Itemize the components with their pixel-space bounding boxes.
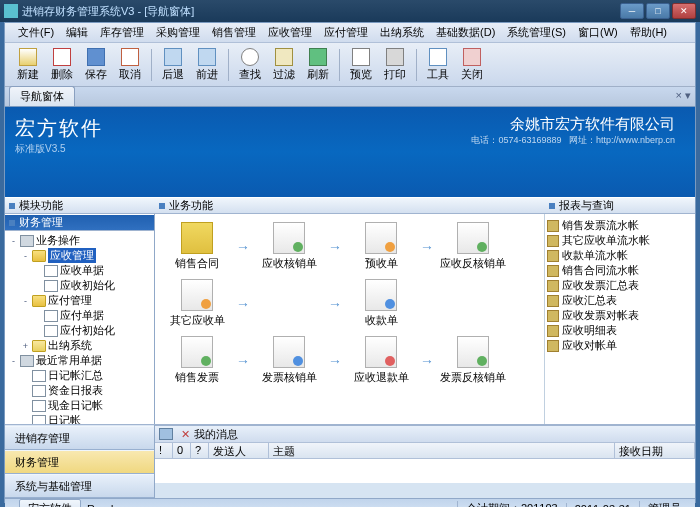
- tree-label: 资金日报表: [48, 383, 103, 398]
- msgcol-3[interactable]: 发送人: [209, 443, 269, 458]
- toolbtn-label: 刷新: [307, 67, 329, 82]
- flow-node-预收单[interactable]: 预收单: [345, 222, 417, 271]
- tree-node-11[interactable]: 现金日记帐: [5, 398, 154, 413]
- msgcol-1[interactable]: 0: [173, 443, 191, 458]
- tab-nav[interactable]: 导航窗体: [9, 86, 75, 106]
- message-area: ✕ 我的消息 !0?发送人主题接收日期: [155, 425, 695, 483]
- expand-icon[interactable]: -: [9, 236, 18, 246]
- flow-row-1: 其它应收单→→收款单: [161, 279, 538, 328]
- flow-node-应收反核销单[interactable]: 应收反核销单: [437, 222, 509, 271]
- minimize-button[interactable]: ─: [620, 3, 644, 19]
- maximize-button[interactable]: □: [646, 3, 670, 19]
- toolbtn-新建[interactable]: 新建: [11, 46, 45, 84]
- flow-node-发票反核销单[interactable]: 发票反核销单: [437, 336, 509, 385]
- module-1[interactable]: 财务管理: [5, 450, 154, 474]
- toolbtn-预览[interactable]: 预览: [344, 46, 378, 84]
- report-icon: [547, 265, 559, 277]
- status-app[interactable]: 宏方软件: [19, 499, 81, 507]
- close-button[interactable]: ✕: [672, 3, 696, 19]
- menu-item-3[interactable]: 采购管理: [151, 23, 205, 42]
- fic-doc-icon: [32, 400, 46, 412]
- report-3[interactable]: 销售合同流水帐: [547, 263, 693, 278]
- toolbtn-前进[interactable]: 前进: [190, 46, 224, 84]
- toolbtn-label: 保存: [85, 67, 107, 82]
- toolbar-sep: [151, 49, 152, 81]
- status-period: 会计期间：201103: [457, 501, 566, 507]
- expand-icon[interactable]: -: [21, 251, 30, 261]
- msg-close-icon[interactable]: ✕: [177, 428, 194, 441]
- pin-icon[interactable]: [159, 428, 173, 440]
- flow-node-收款单[interactable]: 收款单: [345, 279, 417, 328]
- flow-node-销售发票[interactable]: 销售发票: [161, 336, 233, 385]
- report-6[interactable]: 应收发票对帐表: [547, 308, 693, 323]
- report-4[interactable]: 应收发票汇总表: [547, 278, 693, 293]
- tree-node-5[interactable]: 应付单据: [5, 308, 154, 323]
- tab-close-icon[interactable]: × ▾: [676, 89, 691, 102]
- tree-node-8[interactable]: -最近常用单据: [5, 353, 154, 368]
- fic-root-icon: [20, 235, 34, 247]
- menu-item-7[interactable]: 出纳系统: [375, 23, 429, 42]
- toolbtn-label: 打印: [384, 67, 406, 82]
- toolbtn-工具[interactable]: 工具: [421, 46, 455, 84]
- menu-item-6[interactable]: 应付管理: [319, 23, 373, 42]
- report-icon: [547, 310, 559, 322]
- tree-node-10[interactable]: 资金日报表: [5, 383, 154, 398]
- tree-node-2[interactable]: 应收单据: [5, 263, 154, 278]
- report-2[interactable]: 收款单流水帐: [547, 248, 693, 263]
- tree-node-12[interactable]: 日记帐: [5, 413, 154, 424]
- tree-label: 日记帐汇总: [48, 368, 103, 383]
- msgcol-4[interactable]: 主题: [269, 443, 615, 458]
- toolbtn-过滤[interactable]: 过滤: [267, 46, 301, 84]
- flow-icon: [365, 222, 397, 254]
- tree-node-4[interactable]: -应付管理: [5, 293, 154, 308]
- tree-node-9[interactable]: 日记帐汇总: [5, 368, 154, 383]
- menu-item-8[interactable]: 基础数据(D): [431, 23, 500, 42]
- side-category[interactable]: 财务管理: [5, 214, 154, 231]
- menu-item-4[interactable]: 销售管理: [207, 23, 261, 42]
- flow-row-2: 销售发票→发票核销单→应收退款单→发票反核销单: [161, 336, 538, 385]
- toolbtn-取消[interactable]: 取消: [113, 46, 147, 84]
- arrow-icon: →: [233, 239, 253, 255]
- menu-item-9[interactable]: 系统管理(S): [502, 23, 571, 42]
- tree-node-6[interactable]: 应付初始化: [5, 323, 154, 338]
- menu-item-1[interactable]: 编辑: [61, 23, 93, 42]
- report-5[interactable]: 应收汇总表: [547, 293, 693, 308]
- expand-icon[interactable]: +: [21, 341, 30, 351]
- msgcol-2[interactable]: ?: [191, 443, 209, 458]
- flow-node-销售合同[interactable]: 销售合同: [161, 222, 233, 271]
- toolbtn-关闭[interactable]: 关闭: [455, 46, 489, 84]
- menu-item-0[interactable]: 文件(F): [13, 23, 59, 42]
- menu-item-10[interactable]: 窗口(W): [573, 23, 623, 42]
- tree-node-7[interactable]: +出纳系统: [5, 338, 154, 353]
- expand-icon[interactable]: -: [21, 296, 30, 306]
- toolbtn-后退[interactable]: 后退: [156, 46, 190, 84]
- menu-item-11[interactable]: 帮助(H): [625, 23, 672, 42]
- module-2[interactable]: 系统与基础管理: [5, 474, 154, 498]
- flow-node-应收退款单[interactable]: 应收退款单: [345, 336, 417, 385]
- report-1[interactable]: 其它应收单流水帐: [547, 233, 693, 248]
- flow-node-其它应收单[interactable]: 其它应收单: [161, 279, 233, 328]
- module-0[interactable]: 进销存管理: [5, 426, 154, 450]
- report-7[interactable]: 应收明细表: [547, 323, 693, 338]
- flow-node-应收核销单[interactable]: 应收核销单: [253, 222, 325, 271]
- toolbtn-查找[interactable]: 查找: [233, 46, 267, 84]
- msgcol-5[interactable]: 接收日期: [615, 443, 695, 458]
- tree-label: 应收单据: [60, 263, 104, 278]
- report-0[interactable]: 销售发票流水帐: [547, 218, 693, 233]
- flow-node-发票核销单[interactable]: 发票核销单: [253, 336, 325, 385]
- tree-node-1[interactable]: -应收管理: [5, 248, 154, 263]
- msgcol-0[interactable]: !: [155, 443, 173, 458]
- expand-icon[interactable]: -: [9, 356, 18, 366]
- tree-node-3[interactable]: 应收初始化: [5, 278, 154, 293]
- toolbtn-刷新[interactable]: 刷新: [301, 46, 335, 84]
- fic-doc-icon: [44, 310, 58, 322]
- menu-item-5[interactable]: 应收管理: [263, 23, 317, 42]
- report-8[interactable]: 应收对帐单: [547, 338, 693, 353]
- report-label: 应收明细表: [562, 323, 617, 338]
- toolbtn-保存[interactable]: 保存: [79, 46, 113, 84]
- tree-node-0[interactable]: -业务操作: [5, 233, 154, 248]
- toolbtn-删除[interactable]: 删除: [45, 46, 79, 84]
- fic-doc-icon: [32, 415, 46, 425]
- toolbtn-打印[interactable]: 打印: [378, 46, 412, 84]
- menu-item-2[interactable]: 库存管理: [95, 23, 149, 42]
